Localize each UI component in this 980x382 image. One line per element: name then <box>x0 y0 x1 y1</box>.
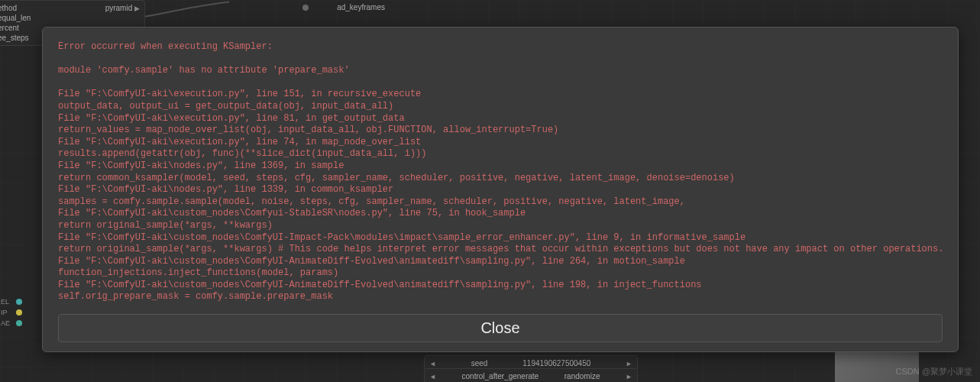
param-method[interactable]: ethod pyramid ▶ <box>0 3 140 13</box>
param-label: ethod <box>0 4 17 12</box>
port-dot-icon <box>302 5 309 11</box>
error-dialog: Error occurred when executing KSampler: … <box>42 27 959 352</box>
close-button[interactable]: Close <box>58 314 943 342</box>
play-icon: ▶ <box>134 5 140 12</box>
chevron-right-icon: ► <box>626 360 632 367</box>
error-traceback: Error occurred when executing KSampler: … <box>58 41 943 303</box>
preview-thumbnail <box>835 351 919 382</box>
bg-node-ad-keyframes[interactable]: ad_keyframes <box>298 0 390 15</box>
port-dot-icon <box>16 320 22 326</box>
chevron-left-icon: ◄ <box>429 373 436 380</box>
port-ae[interactable]: AE <box>1 318 22 329</box>
param-value: pyramid <box>105 4 133 12</box>
chevron-left-icon: ◄ <box>429 360 436 367</box>
port-el[interactable]: EL <box>1 296 22 307</box>
bg-node-output-ports: EL IP AE <box>0 294 27 331</box>
chevron-right-icon: ► <box>626 373 632 380</box>
port-dot-icon <box>16 309 22 316</box>
port-dot-icon <box>16 299 22 305</box>
param-equal-len[interactable]: equal_len <box>0 13 140 23</box>
param-control-after-generate[interactable]: ◄ control_after_generate randomize ► <box>424 368 638 382</box>
port-ip[interactable]: IP <box>1 307 22 318</box>
